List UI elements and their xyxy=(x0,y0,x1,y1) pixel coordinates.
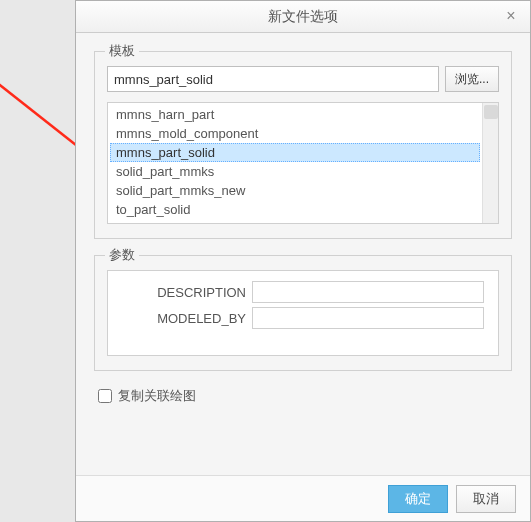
template-input-row: 浏览... xyxy=(107,66,499,92)
params-box: DESCRIPTION MODELED_BY xyxy=(107,270,499,356)
ok-button[interactable]: 确定 xyxy=(388,485,448,513)
params-fieldset: 参数 DESCRIPTION MODELED_BY xyxy=(94,255,512,371)
list-item-selected[interactable]: mmns_part_solid xyxy=(110,143,480,162)
close-icon: × xyxy=(506,7,515,25)
copy-drawing-checkbox-row: 复制关联绘图 xyxy=(98,387,512,405)
list-item[interactable]: mmns_harn_part xyxy=(110,105,480,124)
dialog-title: 新文件选项 xyxy=(268,8,338,26)
template-fieldset: 模板 浏览... mmns_harn_part mmns_mold_compon… xyxy=(94,51,512,239)
dialog-content: 模板 浏览... mmns_harn_part mmns_mold_compon… xyxy=(76,33,530,405)
scrollbar-thumb[interactable] xyxy=(484,105,498,119)
description-input[interactable] xyxy=(252,281,484,303)
list-item[interactable]: solid_part_mmks xyxy=(110,162,480,181)
titlebar: 新文件选项 × xyxy=(76,1,530,33)
template-legend: 模板 xyxy=(105,42,139,60)
scrollbar-track[interactable] xyxy=(482,103,498,223)
params-legend: 参数 xyxy=(105,246,139,264)
template-list[interactable]: mmns_harn_part mmns_mold_component mmns_… xyxy=(108,103,482,223)
copy-drawing-checkbox[interactable] xyxy=(98,389,112,403)
browse-button[interactable]: 浏览... xyxy=(445,66,499,92)
list-item[interactable]: solid_part_mmks_new xyxy=(110,181,480,200)
template-name-input[interactable] xyxy=(107,66,439,92)
param-row-modeledby: MODELED_BY xyxy=(122,307,484,329)
param-row-description: DESCRIPTION xyxy=(122,281,484,303)
template-listbox: mmns_harn_part mmns_mold_component mmns_… xyxy=(107,102,499,224)
copy-drawing-label: 复制关联绘图 xyxy=(118,387,196,405)
cancel-button[interactable]: 取消 xyxy=(456,485,516,513)
dialog-footer: 确定 取消 xyxy=(76,475,530,521)
close-button[interactable]: × xyxy=(500,5,522,27)
list-item[interactable]: mmns_mold_component xyxy=(110,124,480,143)
param-label: MODELED_BY xyxy=(122,311,252,326)
new-file-options-dialog: 新文件选项 × 模板 浏览... mmns_harn_part mmns_mol… xyxy=(75,0,531,522)
modeled-by-input[interactable] xyxy=(252,307,484,329)
list-item[interactable]: to_part_solid xyxy=(110,200,480,219)
param-label: DESCRIPTION xyxy=(122,285,252,300)
